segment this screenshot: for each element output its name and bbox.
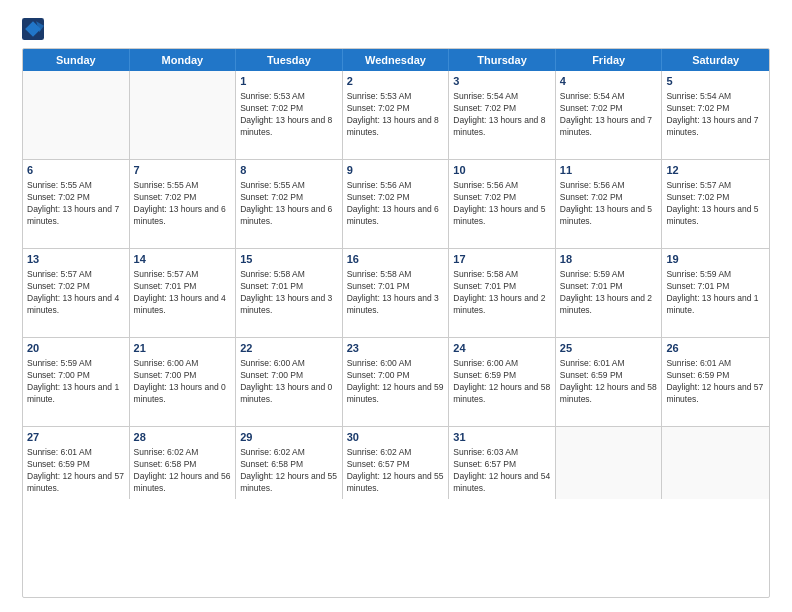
calendar-cell: 18Sunrise: 5:59 AM Sunset: 7:01 PM Dayli… [556, 249, 663, 337]
day-number: 23 [347, 341, 445, 356]
cell-info: Sunrise: 6:01 AM Sunset: 6:59 PM Dayligh… [27, 447, 125, 495]
calendar-cell: 24Sunrise: 6:00 AM Sunset: 6:59 PM Dayli… [449, 338, 556, 426]
cell-info: Sunrise: 6:00 AM Sunset: 6:59 PM Dayligh… [453, 358, 551, 406]
page: SundayMondayTuesdayWednesdayThursdayFrid… [0, 0, 792, 612]
cell-info: Sunrise: 6:00 AM Sunset: 7:00 PM Dayligh… [240, 358, 338, 406]
day-number: 30 [347, 430, 445, 445]
day-number: 13 [27, 252, 125, 267]
cell-info: Sunrise: 5:56 AM Sunset: 7:02 PM Dayligh… [347, 180, 445, 228]
header [22, 18, 770, 40]
calendar-cell: 4Sunrise: 5:54 AM Sunset: 7:02 PM Daylig… [556, 71, 663, 159]
day-number: 8 [240, 163, 338, 178]
cell-info: Sunrise: 6:02 AM Sunset: 6:57 PM Dayligh… [347, 447, 445, 495]
header-day-sunday: Sunday [23, 49, 130, 71]
day-number: 19 [666, 252, 765, 267]
day-number: 5 [666, 74, 765, 89]
calendar-cell: 6Sunrise: 5:55 AM Sunset: 7:02 PM Daylig… [23, 160, 130, 248]
cell-info: Sunrise: 6:01 AM Sunset: 6:59 PM Dayligh… [666, 358, 765, 406]
calendar-cell: 21Sunrise: 6:00 AM Sunset: 7:00 PM Dayli… [130, 338, 237, 426]
calendar-cell: 28Sunrise: 6:02 AM Sunset: 6:58 PM Dayli… [130, 427, 237, 499]
day-number: 27 [27, 430, 125, 445]
calendar-cell: 23Sunrise: 6:00 AM Sunset: 7:00 PM Dayli… [343, 338, 450, 426]
cell-info: Sunrise: 6:01 AM Sunset: 6:59 PM Dayligh… [560, 358, 658, 406]
calendar-cell: 3Sunrise: 5:54 AM Sunset: 7:02 PM Daylig… [449, 71, 556, 159]
day-number: 6 [27, 163, 125, 178]
calendar-cell: 16Sunrise: 5:58 AM Sunset: 7:01 PM Dayli… [343, 249, 450, 337]
day-number: 18 [560, 252, 658, 267]
calendar-cell: 22Sunrise: 6:00 AM Sunset: 7:00 PM Dayli… [236, 338, 343, 426]
cell-info: Sunrise: 6:03 AM Sunset: 6:57 PM Dayligh… [453, 447, 551, 495]
cell-info: Sunrise: 5:54 AM Sunset: 7:02 PM Dayligh… [453, 91, 551, 139]
calendar-cell: 27Sunrise: 6:01 AM Sunset: 6:59 PM Dayli… [23, 427, 130, 499]
header-day-thursday: Thursday [449, 49, 556, 71]
day-number: 2 [347, 74, 445, 89]
cell-info: Sunrise: 5:58 AM Sunset: 7:01 PM Dayligh… [347, 269, 445, 317]
day-number: 7 [134, 163, 232, 178]
calendar-header: SundayMondayTuesdayWednesdayThursdayFrid… [23, 49, 769, 71]
header-day-monday: Monday [130, 49, 237, 71]
calendar-row-5: 27Sunrise: 6:01 AM Sunset: 6:59 PM Dayli… [23, 426, 769, 499]
day-number: 15 [240, 252, 338, 267]
cell-info: Sunrise: 5:57 AM Sunset: 7:01 PM Dayligh… [134, 269, 232, 317]
day-number: 26 [666, 341, 765, 356]
cell-info: Sunrise: 5:53 AM Sunset: 7:02 PM Dayligh… [240, 91, 338, 139]
calendar-cell: 12Sunrise: 5:57 AM Sunset: 7:02 PM Dayli… [662, 160, 769, 248]
calendar-cell: 15Sunrise: 5:58 AM Sunset: 7:01 PM Dayli… [236, 249, 343, 337]
cell-info: Sunrise: 5:55 AM Sunset: 7:02 PM Dayligh… [27, 180, 125, 228]
cell-info: Sunrise: 5:58 AM Sunset: 7:01 PM Dayligh… [240, 269, 338, 317]
day-number: 9 [347, 163, 445, 178]
calendar-cell: 30Sunrise: 6:02 AM Sunset: 6:57 PM Dayli… [343, 427, 450, 499]
calendar-cell [556, 427, 663, 499]
cell-info: Sunrise: 6:02 AM Sunset: 6:58 PM Dayligh… [134, 447, 232, 495]
day-number: 10 [453, 163, 551, 178]
day-number: 22 [240, 341, 338, 356]
cell-info: Sunrise: 5:56 AM Sunset: 7:02 PM Dayligh… [453, 180, 551, 228]
calendar-cell [662, 427, 769, 499]
calendar-cell: 31Sunrise: 6:03 AM Sunset: 6:57 PM Dayli… [449, 427, 556, 499]
cell-info: Sunrise: 5:57 AM Sunset: 7:02 PM Dayligh… [666, 180, 765, 228]
day-number: 4 [560, 74, 658, 89]
cell-info: Sunrise: 5:55 AM Sunset: 7:02 PM Dayligh… [134, 180, 232, 228]
calendar-body: 1Sunrise: 5:53 AM Sunset: 7:02 PM Daylig… [23, 71, 769, 499]
cell-info: Sunrise: 6:00 AM Sunset: 7:00 PM Dayligh… [134, 358, 232, 406]
calendar-row-1: 1Sunrise: 5:53 AM Sunset: 7:02 PM Daylig… [23, 71, 769, 159]
calendar-cell: 7Sunrise: 5:55 AM Sunset: 7:02 PM Daylig… [130, 160, 237, 248]
calendar: SundayMondayTuesdayWednesdayThursdayFrid… [22, 48, 770, 598]
cell-info: Sunrise: 5:55 AM Sunset: 7:02 PM Dayligh… [240, 180, 338, 228]
calendar-cell: 14Sunrise: 5:57 AM Sunset: 7:01 PM Dayli… [130, 249, 237, 337]
calendar-cell: 19Sunrise: 5:59 AM Sunset: 7:01 PM Dayli… [662, 249, 769, 337]
calendar-cell: 13Sunrise: 5:57 AM Sunset: 7:02 PM Dayli… [23, 249, 130, 337]
day-number: 25 [560, 341, 658, 356]
calendar-cell [23, 71, 130, 159]
day-number: 29 [240, 430, 338, 445]
cell-info: Sunrise: 5:59 AM Sunset: 7:01 PM Dayligh… [666, 269, 765, 317]
header-day-saturday: Saturday [662, 49, 769, 71]
calendar-cell: 2Sunrise: 5:53 AM Sunset: 7:02 PM Daylig… [343, 71, 450, 159]
logo [22, 18, 48, 40]
calendar-row-4: 20Sunrise: 5:59 AM Sunset: 7:00 PM Dayli… [23, 337, 769, 426]
calendar-cell: 10Sunrise: 5:56 AM Sunset: 7:02 PM Dayli… [449, 160, 556, 248]
calendar-cell: 1Sunrise: 5:53 AM Sunset: 7:02 PM Daylig… [236, 71, 343, 159]
day-number: 14 [134, 252, 232, 267]
calendar-cell: 8Sunrise: 5:55 AM Sunset: 7:02 PM Daylig… [236, 160, 343, 248]
header-day-tuesday: Tuesday [236, 49, 343, 71]
day-number: 17 [453, 252, 551, 267]
calendar-row-3: 13Sunrise: 5:57 AM Sunset: 7:02 PM Dayli… [23, 248, 769, 337]
day-number: 31 [453, 430, 551, 445]
calendar-row-2: 6Sunrise: 5:55 AM Sunset: 7:02 PM Daylig… [23, 159, 769, 248]
cell-info: Sunrise: 6:00 AM Sunset: 7:00 PM Dayligh… [347, 358, 445, 406]
day-number: 20 [27, 341, 125, 356]
cell-info: Sunrise: 5:53 AM Sunset: 7:02 PM Dayligh… [347, 91, 445, 139]
calendar-cell: 25Sunrise: 6:01 AM Sunset: 6:59 PM Dayli… [556, 338, 663, 426]
cell-info: Sunrise: 5:54 AM Sunset: 7:02 PM Dayligh… [666, 91, 765, 139]
day-number: 3 [453, 74, 551, 89]
calendar-cell: 5Sunrise: 5:54 AM Sunset: 7:02 PM Daylig… [662, 71, 769, 159]
cell-info: Sunrise: 5:57 AM Sunset: 7:02 PM Dayligh… [27, 269, 125, 317]
day-number: 16 [347, 252, 445, 267]
cell-info: Sunrise: 5:59 AM Sunset: 7:01 PM Dayligh… [560, 269, 658, 317]
calendar-cell: 9Sunrise: 5:56 AM Sunset: 7:02 PM Daylig… [343, 160, 450, 248]
cell-info: Sunrise: 5:54 AM Sunset: 7:02 PM Dayligh… [560, 91, 658, 139]
cell-info: Sunrise: 6:02 AM Sunset: 6:58 PM Dayligh… [240, 447, 338, 495]
calendar-cell: 17Sunrise: 5:58 AM Sunset: 7:01 PM Dayli… [449, 249, 556, 337]
calendar-cell: 26Sunrise: 6:01 AM Sunset: 6:59 PM Dayli… [662, 338, 769, 426]
